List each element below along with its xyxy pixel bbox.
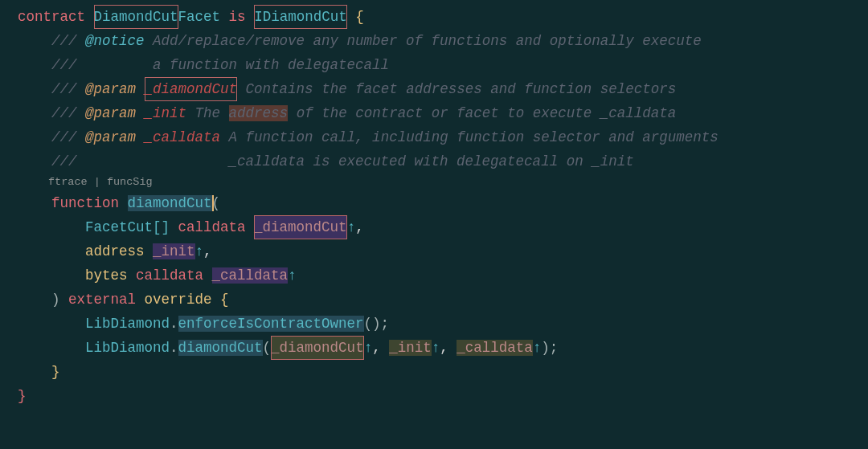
codelens-separator: | [88,176,107,188]
code-line[interactable]: LibDiamond.diamondCut(_diamondCut↑, _ini… [0,336,868,360]
comma: , [203,243,212,259]
doc-text: Contains the facet addresses and functio… [237,81,676,97]
doc-text: A function call, including function sele… [220,129,719,145]
doc-text: Add/replace/remove any number of functio… [145,33,702,49]
space [220,9,229,25]
codelens-funcsig[interactable]: funcSig [107,176,153,188]
space [60,292,69,308]
doc-slashes: /// [51,57,77,73]
paren-open: ( [263,340,272,356]
space [77,81,86,97]
code-line[interactable]: /// @param _init The address of the cont… [0,101,868,125]
space [136,81,145,97]
code-line[interactable]: /// @param _calldata A function call, in… [0,125,868,149]
call-suffix: (); [364,316,390,332]
method-name: enforceIsContractOwner [178,316,364,332]
doc-text: _calldata is executed with delegatecall … [77,153,634,169]
doc-tag-param: @param [85,81,136,97]
doc-param-name: _init [145,105,187,121]
doc-highlight-word: address [229,105,289,121]
space [246,219,255,235]
doc-tag-param: @param [85,105,136,121]
space [77,105,86,121]
doc-slashes: /// [51,81,77,97]
space [77,129,86,145]
code-line[interactable]: /// a function with delegatecall [0,53,868,77]
space [85,9,94,25]
doc-tag-notice: @notice [85,33,145,49]
doc-slashes: /// [51,105,77,121]
contract-name-part1: DiamondCut [94,5,178,29]
param-name: _diamondCut [254,215,347,239]
keyword-calldata: calldata [136,267,203,284]
comma-space: , [372,340,389,356]
code-line[interactable]: /// @param _diamondCut Contains the face… [0,77,868,101]
lib-name: LibDiamond [85,316,170,332]
method-name: diamondCut [178,340,263,356]
space [145,243,154,259]
codelens-ftrace[interactable]: ftrace [48,176,88,188]
arrow-up-icon: ↑ [195,243,204,259]
brace-close: } [18,388,27,404]
space [136,105,145,121]
brace-open: { [220,292,229,308]
space [77,33,86,49]
dot: . [170,340,178,356]
arg-name: _init [389,340,432,356]
space [136,292,145,308]
keyword-function: function [51,195,119,211]
function-name: diamondCut [128,195,212,211]
keyword-external: external [68,292,136,308]
code-editor[interactable]: contract DiamondCutFacet is IDiamondCut … [0,5,868,408]
code-line[interactable]: FacetCut[] calldata _diamondCut↑, [0,215,868,239]
arrow-up-icon: ↑ [288,267,297,284]
keyword-override: override [145,292,212,308]
code-lens[interactable]: ftrace | funcSig [0,173,868,191]
code-line[interactable]: /// _calldata is executed with delegatec… [0,149,868,173]
param-type: address [85,243,145,259]
contract-name-part2: Facet [178,9,221,25]
code-line[interactable]: } [0,360,868,384]
doc-text: The [186,105,229,121]
interface-name: IDiamondCut [254,5,347,29]
space [119,195,128,211]
arrow-up-icon: ↑ [364,340,373,356]
paren-open: ( [212,195,221,211]
keyword-is: is [229,9,246,25]
dot: . [170,316,178,332]
brace-close: } [51,364,60,380]
doc-text: a function with delegatecall [77,57,390,73]
doc-text: of the contract or facet to execute _cal… [288,105,676,121]
space [136,129,145,145]
paren-close: ) [51,292,60,308]
code-line[interactable]: function diamondCut( [0,191,868,215]
arrow-up-icon: ↑ [533,340,542,356]
doc-tag-param: @param [85,129,136,145]
lib-name: LibDiamond [85,340,170,356]
param-name: _init [153,243,195,259]
space [170,219,178,235]
arrow-up-icon: ↑ [432,340,440,356]
code-line[interactable]: /// @notice Add/replace/remove any numbe… [0,29,868,53]
code-line[interactable]: address _init↑, [0,239,868,263]
arg-name: _diamondCut [271,336,364,360]
space [347,9,356,25]
arg-name: _calldata [457,340,533,356]
space [246,9,255,25]
code-line[interactable]: bytes calldata _calldata↑ [0,263,868,288]
doc-param-name: _calldata [145,129,221,145]
call-close: ); [541,340,558,356]
space [203,267,212,284]
doc-slashes: /// [51,129,77,145]
keyword-contract: contract [18,9,85,25]
param-name: _calldata [212,267,289,284]
code-line[interactable]: } [0,384,868,408]
code-line[interactable]: ) external override { [0,288,868,312]
comma: , [355,219,364,235]
brace-open: { [355,9,364,25]
code-line[interactable]: LibDiamond.enforceIsContractOwner(); [0,312,868,336]
param-type: FacetCut[] [85,219,170,235]
space [128,267,137,284]
code-line[interactable]: contract DiamondCutFacet is IDiamondCut … [0,5,868,29]
param-type: bytes [85,267,128,284]
